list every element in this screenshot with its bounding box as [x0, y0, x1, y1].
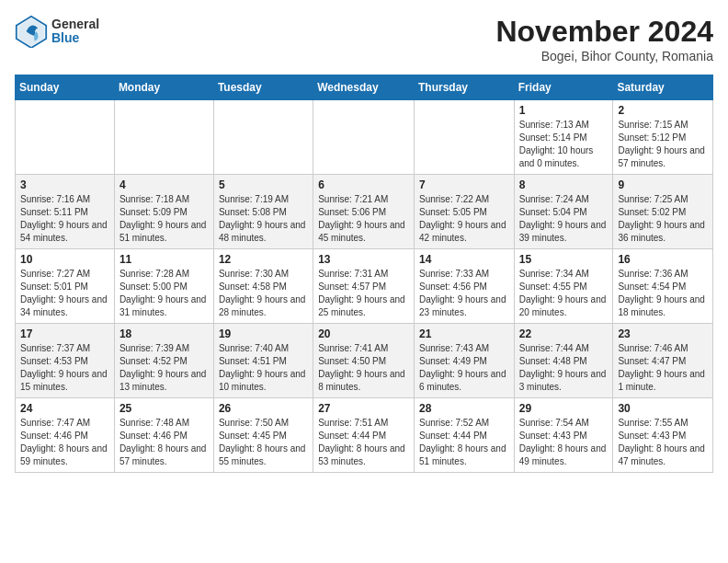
day-number: 9 — [618, 178, 708, 191]
day-number: 12 — [219, 253, 308, 266]
day-info: Sunrise: 7:54 AM Sunset: 4:43 PM Dayligh… — [519, 417, 609, 468]
logo-blue-label: Blue — [51, 31, 99, 45]
day-info: Sunrise: 7:43 AM Sunset: 4:49 PM Dayligh… — [419, 342, 509, 394]
day-info: Sunrise: 7:55 AM Sunset: 4:43 PM Dayligh… — [618, 417, 708, 468]
calendar-table: SundayMondayTuesdayWednesdayThursdayFrid… — [15, 75, 713, 473]
day-number: 20 — [318, 327, 409, 340]
day-cell: 12Sunrise: 7:30 AM Sunset: 4:58 PM Dayli… — [213, 249, 313, 324]
header-saturday: Saturday — [613, 75, 713, 100]
day-number: 16 — [618, 253, 708, 266]
day-cell: 23Sunrise: 7:46 AM Sunset: 4:47 PM Dayli… — [613, 324, 713, 398]
week-row-3: 17Sunrise: 7:37 AM Sunset: 4:53 PM Dayli… — [16, 324, 713, 398]
day-cell: 2Sunrise: 7:15 AM Sunset: 5:12 PM Daylig… — [613, 100, 713, 175]
day-cell: 7Sunrise: 7:22 AM Sunset: 5:05 PM Daylig… — [414, 175, 514, 249]
day-info: Sunrise: 7:13 AM Sunset: 5:14 PM Dayligh… — [519, 119, 609, 170]
day-number: 10 — [20, 253, 109, 266]
header-sunday: Sunday — [16, 75, 115, 100]
day-cell: 11Sunrise: 7:28 AM Sunset: 5:00 PM Dayli… — [114, 249, 213, 324]
day-info: Sunrise: 7:40 AM Sunset: 4:51 PM Dayligh… — [219, 342, 308, 394]
day-number: 4 — [119, 178, 209, 191]
day-number: 5 — [219, 178, 308, 191]
day-cell: 5Sunrise: 7:19 AM Sunset: 5:08 PM Daylig… — [213, 175, 313, 249]
day-info: Sunrise: 7:19 AM Sunset: 5:08 PM Dayligh… — [219, 193, 308, 245]
day-info: Sunrise: 7:18 AM Sunset: 5:09 PM Dayligh… — [119, 193, 209, 245]
day-cell: 9Sunrise: 7:25 AM Sunset: 5:02 PM Daylig… — [613, 175, 713, 249]
location-label: Bogei, Bihor County, Romania — [495, 49, 713, 63]
week-row-0: 1Sunrise: 7:13 AM Sunset: 5:14 PM Daylig… — [16, 100, 713, 175]
day-info: Sunrise: 7:41 AM Sunset: 4:50 PM Dayligh… — [318, 342, 409, 394]
day-info: Sunrise: 7:39 AM Sunset: 4:52 PM Dayligh… — [119, 342, 209, 394]
day-info: Sunrise: 7:21 AM Sunset: 5:06 PM Dayligh… — [318, 193, 409, 245]
logo-text: General Blue — [51, 17, 99, 46]
logo-icon — [15, 15, 48, 48]
day-cell — [313, 100, 415, 175]
day-cell: 25Sunrise: 7:48 AM Sunset: 4:46 PM Dayli… — [114, 398, 213, 473]
day-cell: 24Sunrise: 7:47 AM Sunset: 4:46 PM Dayli… — [16, 398, 115, 473]
day-cell: 16Sunrise: 7:36 AM Sunset: 4:54 PM Dayli… — [613, 249, 713, 324]
day-cell: 26Sunrise: 7:50 AM Sunset: 4:45 PM Dayli… — [213, 398, 313, 473]
day-cell: 18Sunrise: 7:39 AM Sunset: 4:52 PM Dayli… — [114, 324, 213, 398]
day-cell: 21Sunrise: 7:43 AM Sunset: 4:49 PM Dayli… — [414, 324, 514, 398]
day-number: 14 — [419, 253, 509, 266]
day-number: 15 — [519, 253, 609, 266]
day-number: 29 — [519, 402, 609, 415]
day-number: 17 — [20, 327, 109, 340]
day-info: Sunrise: 7:27 AM Sunset: 5:01 PM Dayligh… — [20, 268, 109, 319]
day-number: 21 — [419, 327, 509, 340]
day-cell: 22Sunrise: 7:44 AM Sunset: 4:48 PM Dayli… — [514, 324, 613, 398]
day-cell: 4Sunrise: 7:18 AM Sunset: 5:09 PM Daylig… — [114, 175, 213, 249]
day-number: 26 — [219, 402, 308, 415]
day-info: Sunrise: 7:16 AM Sunset: 5:11 PM Dayligh… — [20, 193, 109, 245]
day-info: Sunrise: 7:47 AM Sunset: 4:46 PM Dayligh… — [20, 417, 109, 468]
logo-general-label: General — [51, 17, 99, 31]
day-number: 6 — [318, 178, 409, 191]
day-info: Sunrise: 7:22 AM Sunset: 5:05 PM Dayligh… — [419, 193, 509, 245]
day-info: Sunrise: 7:31 AM Sunset: 4:57 PM Dayligh… — [318, 268, 409, 319]
header-thursday: Thursday — [414, 75, 514, 100]
day-number: 23 — [618, 327, 708, 340]
header-row: SundayMondayTuesdayWednesdayThursdayFrid… — [16, 75, 713, 100]
header-friday: Friday — [514, 75, 613, 100]
page-header: General Blue November 2024 Bogei, Bihor … — [15, 15, 713, 63]
day-cell: 1Sunrise: 7:13 AM Sunset: 5:14 PM Daylig… — [514, 100, 613, 175]
day-info: Sunrise: 7:25 AM Sunset: 5:02 PM Dayligh… — [618, 193, 708, 245]
day-number: 24 — [20, 402, 109, 415]
day-cell: 6Sunrise: 7:21 AM Sunset: 5:06 PM Daylig… — [313, 175, 415, 249]
day-cell — [213, 100, 313, 175]
week-row-2: 10Sunrise: 7:27 AM Sunset: 5:01 PM Dayli… — [16, 249, 713, 324]
header-monday: Monday — [114, 75, 213, 100]
day-info: Sunrise: 7:24 AM Sunset: 5:04 PM Dayligh… — [519, 193, 609, 245]
day-number: 27 — [318, 402, 409, 415]
day-number: 25 — [119, 402, 209, 415]
day-info: Sunrise: 7:34 AM Sunset: 4:55 PM Dayligh… — [519, 268, 609, 319]
day-cell: 30Sunrise: 7:55 AM Sunset: 4:43 PM Dayli… — [613, 398, 713, 473]
day-number: 1 — [519, 104, 609, 117]
day-info: Sunrise: 7:30 AM Sunset: 4:58 PM Dayligh… — [219, 268, 308, 319]
day-cell: 19Sunrise: 7:40 AM Sunset: 4:51 PM Dayli… — [213, 324, 313, 398]
day-info: Sunrise: 7:48 AM Sunset: 4:46 PM Dayligh… — [119, 417, 209, 468]
day-info: Sunrise: 7:50 AM Sunset: 4:45 PM Dayligh… — [219, 417, 308, 468]
day-cell: 20Sunrise: 7:41 AM Sunset: 4:50 PM Dayli… — [313, 324, 415, 398]
day-cell: 8Sunrise: 7:24 AM Sunset: 5:04 PM Daylig… — [514, 175, 613, 249]
header-wednesday: Wednesday — [313, 75, 415, 100]
day-number: 8 — [519, 178, 609, 191]
day-number: 7 — [419, 178, 509, 191]
day-info: Sunrise: 7:33 AM Sunset: 4:56 PM Dayligh… — [419, 268, 509, 319]
month-title: November 2024 — [495, 15, 713, 49]
day-cell: 28Sunrise: 7:52 AM Sunset: 4:44 PM Dayli… — [414, 398, 514, 473]
day-info: Sunrise: 7:51 AM Sunset: 4:44 PM Dayligh… — [318, 417, 409, 468]
day-info: Sunrise: 7:36 AM Sunset: 4:54 PM Dayligh… — [618, 268, 708, 319]
day-number: 3 — [20, 178, 109, 191]
day-cell: 10Sunrise: 7:27 AM Sunset: 5:01 PM Dayli… — [16, 249, 115, 324]
week-row-1: 3Sunrise: 7:16 AM Sunset: 5:11 PM Daylig… — [16, 175, 713, 249]
day-number: 11 — [119, 253, 209, 266]
day-number: 2 — [618, 104, 708, 117]
day-cell: 15Sunrise: 7:34 AM Sunset: 4:55 PM Dayli… — [514, 249, 613, 324]
day-number: 13 — [318, 253, 409, 266]
day-number: 22 — [519, 327, 609, 340]
week-row-4: 24Sunrise: 7:47 AM Sunset: 4:46 PM Dayli… — [16, 398, 713, 473]
day-info: Sunrise: 7:15 AM Sunset: 5:12 PM Dayligh… — [618, 119, 708, 170]
day-number: 28 — [419, 402, 509, 415]
title-block: November 2024 Bogei, Bihor County, Roman… — [495, 15, 713, 63]
day-number: 18 — [119, 327, 209, 340]
